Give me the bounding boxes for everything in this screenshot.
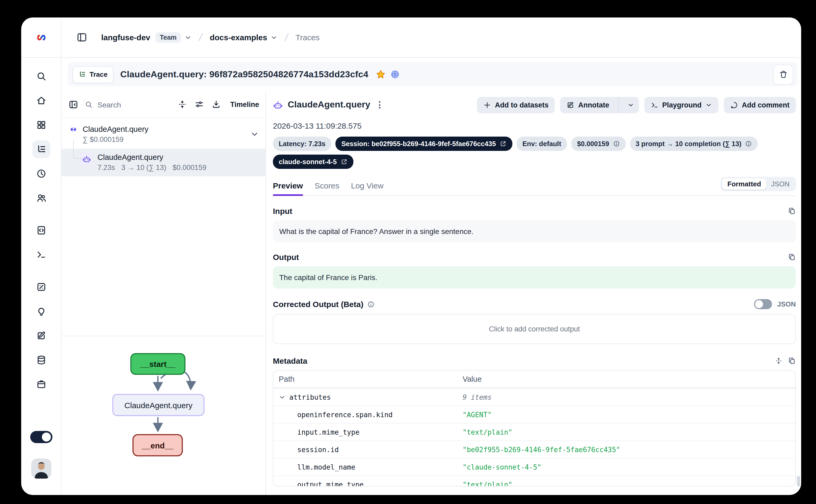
external-link-icon [340, 158, 347, 165]
metadata-row: openinference.span.kind "AGENT" [274, 406, 795, 423]
output-section-header: Output [273, 253, 796, 262]
tab-preview[interactable]: Preview [273, 181, 303, 195]
dashboards-icon[interactable] [36, 120, 46, 130]
bookmark-star-icon[interactable] [376, 69, 386, 79]
playground-terminal-icon[interactable] [36, 249, 46, 260]
tree-toolbar: Timeline [61, 92, 266, 118]
format-formatted-option[interactable]: Formatted [722, 178, 766, 190]
sidebar-toggle-icon[interactable] [76, 32, 87, 43]
scrollbar-thumb[interactable] [797, 476, 800, 487]
group-chevron-icon[interactable] [279, 394, 286, 401]
external-link-icon [500, 140, 506, 147]
metadata-table-header: Path Value [274, 371, 795, 388]
output-content: The capital of France is Paris. [273, 266, 796, 289]
annotate-split-button[interactable]: Annotate [560, 97, 639, 113]
breadcrumb-separator: / [284, 31, 290, 43]
collapse-panel-icon[interactable] [68, 100, 78, 110]
token-usage-badge: 3 prompt → 10 completion (∑ 13) [630, 137, 758, 151]
search-icon [85, 101, 93, 109]
public-globe-icon[interactable] [390, 69, 400, 79]
plus-icon [483, 101, 491, 109]
annotation-queues-icon[interactable] [36, 330, 46, 341]
tree-row-child-selected[interactable]: ClaudeAgent.query 7.23s 3 → 10 (∑ 13) $0… [61, 149, 266, 176]
copy-icon[interactable] [788, 207, 796, 215]
graph-node-start[interactable]: __start__ [130, 353, 185, 375]
format-json-option[interactable]: JSON [766, 178, 794, 190]
models-box-icon[interactable] [36, 379, 46, 390]
screenshot-stage: langfuse-dev Team / docs-examples / Trac… [0, 0, 816, 504]
playground-button[interactable]: Playground [644, 97, 719, 113]
input-section-header: Input [273, 206, 796, 215]
sessions-clock-icon[interactable] [36, 168, 46, 179]
child-span-meta: 7.23s 3 → 10 (∑ 13) $0.000159 [97, 163, 207, 173]
value-column-header: Value [463, 375, 790, 383]
org-logo[interactable] [21, 17, 61, 57]
child-span-tokens: 3 → 10 (∑ 13) [121, 163, 166, 173]
graph-node-agent[interactable]: ClaudeAgent.query [112, 394, 205, 416]
content-panels: Timeline ClaudeAgent.query ∑ $0.000159 [61, 92, 801, 495]
graph-node-end[interactable]: __end__ [132, 434, 183, 456]
tracing-nav-active[interactable] [32, 140, 50, 158]
path-column-header: Path [279, 375, 463, 383]
users-icon[interactable] [36, 193, 46, 203]
delete-trace-button[interactable] [773, 64, 793, 84]
download-icon[interactable] [212, 100, 222, 110]
prompts-icon[interactable] [36, 225, 46, 236]
expand-rows-icon[interactable] [775, 357, 783, 365]
avatar-image [31, 458, 51, 479]
evaluation-icon[interactable] [36, 282, 46, 292]
agent-robot-icon [273, 100, 283, 110]
chevron-down-icon [705, 101, 712, 108]
corrected-json-toggle[interactable] [754, 299, 772, 309]
kebab-menu-icon[interactable] [377, 99, 383, 111]
datasets-database-icon[interactable] [36, 355, 46, 365]
settings-sliders-icon[interactable] [195, 100, 205, 110]
tab-log-view[interactable]: Log View [351, 181, 384, 195]
tab-scores[interactable]: Scores [315, 181, 339, 195]
home-icon[interactable] [36, 95, 46, 106]
metadata-label: Metadata [273, 356, 307, 365]
toggle-knob [755, 300, 763, 308]
observation-tree: ClaudeAgent.query ∑ $0.000159 ClaudeAgen… [61, 118, 266, 336]
trash-icon [779, 70, 788, 79]
copy-icon[interactable] [788, 253, 796, 261]
org-chevron-down-icon[interactable] [185, 34, 192, 41]
model-badge[interactable]: claude-sonnet-4-5 [273, 155, 353, 169]
fold-vertical-icon[interactable] [178, 100, 188, 110]
search-icon[interactable] [36, 71, 46, 82]
user-avatar[interactable] [31, 458, 51, 479]
env-badge: Env: default [517, 137, 567, 151]
tree-search-input[interactable] [96, 100, 146, 109]
metadata-table: Path Value attributes 9 items openinfere… [273, 370, 796, 487]
copy-icon[interactable] [788, 357, 796, 365]
corrected-output-placeholder[interactable]: Click to add corrected output [273, 314, 796, 344]
badge-list: Latency: 7.23s Session: be02f955-b269-41… [273, 137, 796, 169]
knot-logo-icon [35, 31, 47, 43]
theme-toggle[interactable] [30, 431, 52, 443]
tree-row-root[interactable]: ClaudeAgent.query ∑ $0.000159 [61, 121, 266, 147]
child-span-cost: $0.000159 [172, 163, 207, 173]
metadata-row: output.mime_type "text/plain" [274, 475, 795, 487]
breadcrumb-org[interactable]: langfuse-dev [101, 33, 150, 42]
annotate-dropdown-chevron-icon[interactable] [622, 97, 639, 113]
trace-tree-icon [78, 70, 86, 78]
timeline-toggle-label[interactable]: Timeline [230, 101, 259, 109]
root-span-name: ClaudeAgent.query [83, 124, 148, 134]
output-label: Output [273, 253, 299, 262]
breadcrumb-page[interactable]: Traces [296, 33, 320, 42]
collapse-chevron-icon[interactable] [250, 130, 259, 139]
insights-lightbulb-icon[interactable] [36, 306, 46, 317]
breadcrumb-project[interactable]: docs-examples [210, 33, 267, 42]
root-span-cost: ∑ $0.000159 [83, 134, 148, 145]
session-badge[interactable]: Session: be02f955-b269-4146-9fef-5fae676… [335, 137, 512, 151]
trace-span-icon [69, 125, 78, 134]
add-comment-button[interactable]: Add comment [724, 97, 796, 113]
add-to-datasets-button[interactable]: Add to datasets [477, 97, 555, 113]
tracing-tree-icon [36, 144, 46, 155]
trace-title-bar: Trace ClaudeAgent.query: 96f872a95825048… [68, 62, 797, 86]
corrected-output-header: Corrected Output (Beta) JSON [273, 299, 796, 309]
org-type-badge: Team [155, 32, 181, 43]
project-chevron-down-icon[interactable] [270, 34, 278, 41]
input-content: What is the capital of France? Answer in… [273, 220, 796, 242]
tree-connector [73, 140, 82, 159]
